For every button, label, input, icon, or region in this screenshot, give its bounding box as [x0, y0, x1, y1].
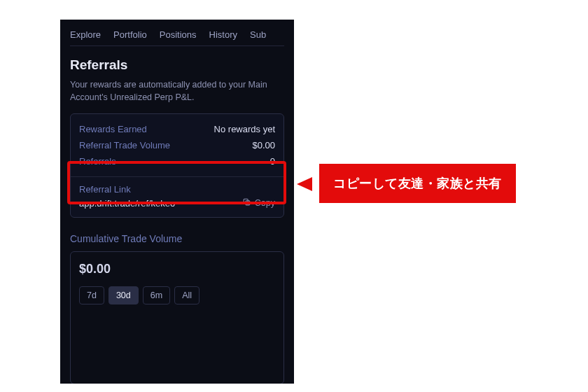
- cumulative-title: Cumulative Trade Volume: [70, 233, 284, 244]
- stat-referrals: Referrals 0: [79, 153, 275, 169]
- annotation-callout: コピーして友達・家族と共有: [319, 164, 516, 203]
- cumulative-amount: $0.00: [79, 262, 275, 276]
- stat-volume-label: Referral Trade Volume: [79, 140, 170, 150]
- referrals-panel: Explore Portfolio Positions History Sub …: [60, 20, 294, 384]
- stat-referrals-value: 0: [270, 156, 275, 167]
- tab-explore[interactable]: Explore: [70, 29, 101, 40]
- range-7d[interactable]: 7d: [79, 286, 104, 304]
- tab-bar: Explore Portfolio Positions History Sub: [70, 29, 284, 46]
- stat-volume-value: $0.00: [252, 140, 275, 150]
- referral-link-block: Referral Link app.drift.trade/ref/kekeo …: [71, 176, 284, 217]
- stat-volume: Referral Trade Volume $0.00: [79, 137, 275, 153]
- referral-link-url: app.drift.trade/ref/kekeo: [79, 198, 175, 209]
- stat-rewards: Rewards Earned No rewards yet: [79, 121, 275, 137]
- tab-positions[interactable]: Positions: [160, 29, 197, 40]
- referral-link-label: Referral Link: [79, 184, 275, 195]
- cumulative-chart-card: $0.00 7d 30d 6m All: [70, 251, 284, 384]
- annotation-arrow-icon: [297, 177, 312, 191]
- range-all[interactable]: All: [174, 286, 200, 304]
- copy-icon: [242, 197, 251, 209]
- copy-button[interactable]: Copy: [242, 197, 275, 209]
- stat-rewards-label: Rewards Earned: [79, 124, 147, 134]
- range-selector: 7d 30d 6m All: [79, 286, 275, 304]
- range-30d[interactable]: 30d: [108, 286, 139, 304]
- tab-sub[interactable]: Sub: [250, 29, 266, 40]
- referral-stats-card: Rewards Earned No rewards yet Referral T…: [70, 113, 284, 218]
- range-6m[interactable]: 6m: [143, 286, 170, 304]
- page-title: Referrals: [70, 57, 284, 73]
- annotation-text: コピーして友達・家族と共有: [333, 176, 502, 190]
- stat-referrals-label: Referrals: [79, 156, 116, 167]
- page-subtitle: Your rewards are automatically added to …: [70, 78, 284, 104]
- copy-label: Copy: [255, 198, 275, 208]
- tab-history[interactable]: History: [209, 29, 237, 40]
- tab-portfolio[interactable]: Portfolio: [113, 29, 147, 40]
- stat-rewards-value: No rewards yet: [214, 124, 275, 134]
